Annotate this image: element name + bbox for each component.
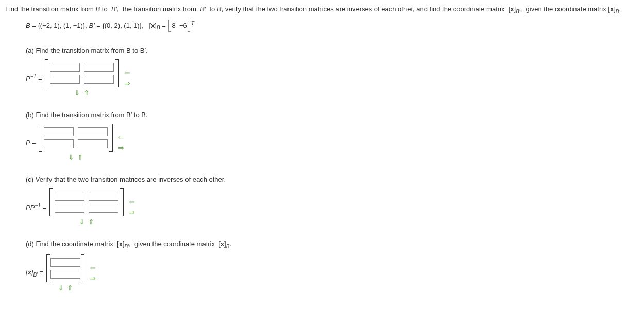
Bprime-label: B′ [89, 21, 95, 29]
part-c-label: (c) Verify that the two transition matri… [26, 175, 639, 183]
part-c-cell-00[interactable] [55, 192, 84, 201]
part-b-col-add-icon[interactable]: ⇒ [118, 144, 124, 151]
question-intro: Find the transition matrix from B to B′,… [5, 4, 639, 15]
part-b-cell-10[interactable] [44, 139, 74, 148]
xB-val-1: −6 [179, 21, 187, 31]
part-d-label: (d) Find the coordinate matrix [x]B′, gi… [26, 240, 639, 249]
part-b-row-remove-icon[interactable]: ⇑ [77, 154, 83, 161]
part-a-label: (a) Find the transition matrix from B to… [26, 46, 639, 54]
part-d-lhs: [x]B′ = [26, 268, 43, 278]
part-a-cell-00[interactable] [50, 63, 80, 72]
part-a-cell-01[interactable] [84, 63, 114, 72]
part-a-row-add-icon[interactable]: ⇓ [74, 89, 80, 96]
part-d-col-add-icon[interactable]: ⇒ [90, 274, 96, 282]
part-b-matrix [39, 124, 113, 152]
part-c-cell-11[interactable] [89, 204, 118, 213]
part-b-cell-00[interactable] [44, 127, 74, 136]
part-c-col-remove-icon[interactable]: ⇐ [129, 198, 135, 205]
part-b-lhs: P = [26, 139, 36, 147]
part-d-col-remove-icon[interactable]: ⇐ [90, 264, 96, 271]
part-d-answer: [x]B′ = ⇓ ⇑ ⇐ ⇒ [26, 254, 639, 292]
part-b-col-remove-icon[interactable]: ⇐ [118, 134, 124, 141]
part-c-matrix [49, 188, 124, 216]
part-c-lhs: PP−1 = [26, 203, 46, 212]
part-c-answer: PP−1 = ⇓ ⇑ ⇐ ⇒ [26, 188, 639, 225]
transpose-mark: T [191, 21, 194, 26]
part-d-cell-0[interactable] [50, 258, 80, 267]
B-set: = {(−2, 1), (1, −1)}, [32, 21, 87, 29]
part-b-cell-01[interactable] [78, 127, 108, 136]
part-d-cell-1[interactable] [50, 270, 80, 279]
given-line: B = {(−2, 1), (1, −1)}, B′ = {(0, 2), (1… [26, 20, 639, 33]
part-b-label: (b) Find the transition matrix from B′ t… [26, 111, 639, 119]
part-c-cell-01[interactable] [89, 192, 118, 201]
part-d-row-remove-icon[interactable]: ⇑ [67, 284, 73, 292]
part-c-row-add-icon[interactable]: ⇓ [79, 218, 85, 225]
part-a-cell-10[interactable] [50, 75, 80, 84]
part-a-lhs: P−1 = [26, 74, 42, 83]
part-b-cell-11[interactable] [78, 139, 108, 148]
B-label: B [26, 21, 30, 29]
part-c-row-remove-icon[interactable]: ⇑ [88, 218, 94, 225]
part-a-matrix [45, 59, 119, 87]
part-a-col-remove-icon[interactable]: ⇐ [124, 69, 130, 76]
part-a-answer: P−1 = ⇓ ⇑ ⇐ ⇒ [26, 59, 639, 96]
part-a-cell-11[interactable] [84, 75, 114, 84]
part-d-matrix [46, 254, 84, 282]
part-c-col-add-icon[interactable]: ⇒ [129, 208, 135, 216]
xB-matrix: 8 −6 [168, 20, 190, 33]
part-c-cell-10[interactable] [55, 204, 84, 213]
part-a-row-remove-icon[interactable]: ⇑ [83, 89, 90, 96]
part-d-row-add-icon[interactable]: ⇓ [58, 284, 64, 292]
part-b-answer: P = ⇓ ⇑ ⇐ ⇒ [26, 124, 639, 161]
Bprime-set: = {(0, 2), (1, 1)}, [96, 21, 143, 29]
xB-val-0: 8 [172, 21, 175, 31]
part-a-col-add-icon[interactable]: ⇒ [124, 79, 130, 87]
part-b-row-add-icon[interactable]: ⇓ [68, 154, 74, 161]
